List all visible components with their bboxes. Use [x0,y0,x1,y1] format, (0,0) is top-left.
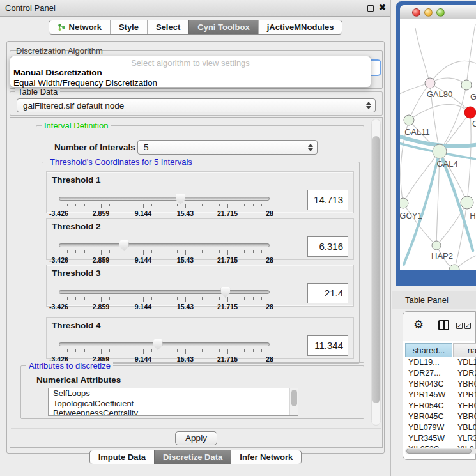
table-row[interactable]: YBR045CYBR0 [405,411,476,422]
column-header-name[interactable]: name [453,343,476,357]
columns-icon[interactable] [438,320,449,330]
numerical-attributes-list[interactable]: SelfLoopsTopologicalCoefficientBetweenne… [48,388,298,416]
slider-thumb[interactable] [220,287,230,298]
network-node-gal11[interactable] [404,115,414,125]
tab-style[interactable]: Style [110,20,147,34]
slider-tick [75,349,76,352]
slider-tick [270,297,270,302]
threshold-value-field[interactable]: 21.4 [307,283,348,303]
attribute-list-item[interactable]: BetweennessCentrality [49,408,298,416]
slider-track[interactable] [59,290,270,294]
combo-spinner-icon[interactable] [365,102,371,109]
network-canvas[interactable]: GAL80GAL11GAL4GCY1HHAP2GAC [400,19,476,270]
table-row[interactable]: YDR27...YDR2 [405,368,476,379]
bottom-tab-impute-data[interactable]: Impute Data [90,450,154,464]
network-node-h[interactable] [461,196,473,209]
tab-select[interactable]: Select [147,20,188,34]
network-edge[interactable] [409,105,470,120]
network-edge[interactable] [415,28,430,83]
scrollbar-thumb[interactable] [291,390,297,406]
zoom-traffic-light-icon[interactable] [436,8,445,17]
network-node[interactable] [449,265,459,270]
dropdown-option-equal-width-frequency[interactable]: Equal Width/Frequency Discretization [13,78,157,88]
checkbox-icon[interactable]: ✓ [464,323,471,329]
threshold-value-field[interactable]: 6.316 [307,236,348,257]
table-row[interactable]: YBR043CYBR0 [405,379,476,390]
slider-thumb[interactable] [176,194,185,204]
discretization-algorithm-title: Discretization Algorithm [16,46,103,56]
table-row[interactable]: YER054CYER0 [405,401,476,411]
column-header-shared-name[interactable]: shared... [405,343,452,357]
settings-vertical-scrollbar[interactable] [371,119,381,426]
table-row[interactable]: YLR345WYLR3 [405,433,476,444]
slider-thumb[interactable] [119,240,129,251]
table-data-group: Table Data galFiltered.sif default node [10,91,383,116]
slider-tick-label: 28 [266,256,273,264]
threshold-slider[interactable]: -3.4262.8599.14415.4321.71528 [59,194,270,213]
network-edge[interactable] [430,78,466,85]
slider-tick-label: 21.715 [217,256,238,264]
slider-track[interactable] [59,197,270,201]
bottom-tab-discretize-data[interactable]: Discretize Data [154,450,231,464]
slider-track[interactable] [59,342,270,346]
network-node-hap2[interactable] [432,241,441,250]
threshold-slider[interactable]: -3.4262.8599.14415.4321.71528 [59,240,270,259]
network-edge[interactable] [466,24,475,85]
network-node[interactable] [464,107,476,118]
bottom-tab-infer-network[interactable]: Infer Network [231,450,301,464]
dropdown-option-manual-discretization[interactable]: Manual Discretization [13,68,102,77]
control-panel-window: Control Panel ✖ NetworkStyleSelectCyni T… [0,0,391,476]
slider-tick [219,204,220,206]
network-edge[interactable] [436,203,467,245]
slider-tick-label: 2.859 [93,303,109,311]
slider-tick [160,349,160,352]
slider-tick [202,250,203,253]
slider-thumb[interactable] [153,339,163,350]
attribute-list-item[interactable]: SelfLoops [49,388,298,399]
close-icon[interactable]: ✖ [379,3,386,12]
tab-cyni-toolbox[interactable]: Cyni Toolbox [188,20,257,34]
table-row[interactable]: YBL079WYBL0 [405,422,476,433]
cell-name: YLR3 [457,433,476,444]
scrollbar-thumb[interactable] [372,136,380,403]
attribute-list-item[interactable]: TopologicalCoefficient [49,399,298,409]
number-of-intervals-combobox[interactable]: 5 [137,140,318,155]
network-node-gal4[interactable] [433,144,447,158]
slider-tick [84,204,85,206]
float-window-icon[interactable] [367,5,374,12]
threshold-value-field[interactable]: 14.713 [307,190,348,210]
threshold-label: Threshold 1 [52,175,101,185]
threshold-slider[interactable]: -3.4262.8599.14415.4321.71528 [59,287,270,306]
threshold-slider[interactable]: -3.4262.8599.14415.4321.71528 [59,339,270,358]
network-node-gal80[interactable] [425,78,435,88]
network-node[interactable] [461,80,472,90]
table-row[interactable]: YDL19...YDL1 [405,357,476,368]
slider-tick [143,297,144,302]
table-row[interactable]: YPR145WYPR1 [405,390,476,401]
table-data-value: galFiltered.sif default node [23,99,124,112]
slider-tick [169,349,169,352]
table-data-combobox[interactable]: galFiltered.sif default node [17,98,376,112]
threshold-value-field[interactable]: 11.344 [307,335,348,356]
scrollbar-thumb[interactable] [406,449,472,454]
apply-button[interactable]: Apply [175,431,217,445]
network-window-titlebar[interactable] [400,5,476,19]
attributes-scrollbar[interactable] [289,388,298,415]
checkbox-icon[interactable]: ✓ [456,323,463,329]
slider-tick [118,349,118,352]
tab-network[interactable]: Network [49,20,110,34]
tab-jactivemnodules[interactable]: jActiveMNodules [258,20,342,34]
gear-icon[interactable]: ⚙ [413,318,424,332]
table-panel-window: ⚙ ✓ ✓ shared... name YDL19...YDL1YDR27..… [403,311,476,460]
slider-tick [135,349,135,352]
slider-track[interactable] [59,243,270,247]
slider-tick [109,250,110,253]
minimize-traffic-light-icon[interactable] [424,8,433,17]
slider-tick [101,250,102,255]
close-traffic-light-icon[interactable] [412,8,420,17]
slider-tick-label: 15.43 [177,303,194,311]
table-horizontal-scrollbar[interactable] [405,448,476,454]
slider-tick [236,349,236,352]
network-node-gcy1[interactable] [400,198,408,208]
combo-spinner-icon[interactable] [307,144,313,151]
